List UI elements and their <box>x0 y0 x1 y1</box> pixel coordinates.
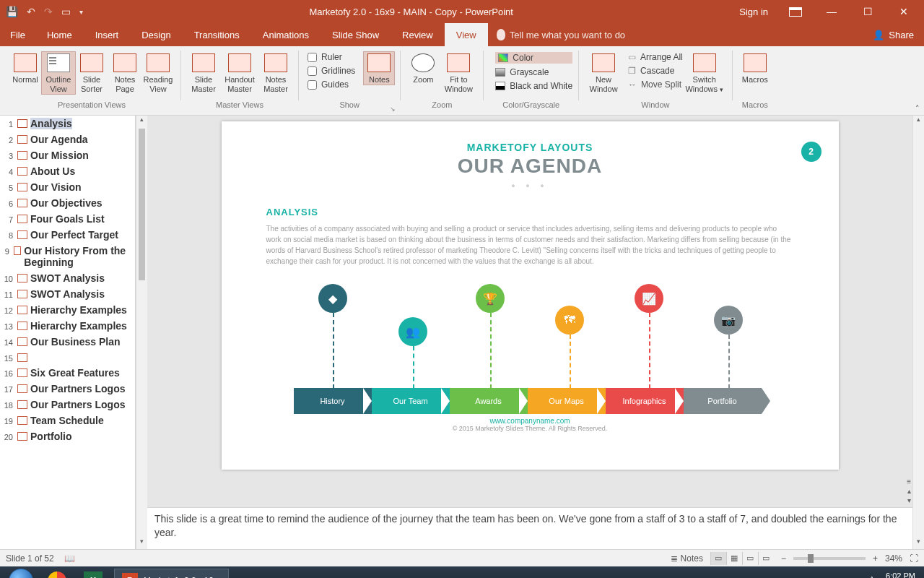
notes-toggle[interactable]: ≣ Notes <box>671 553 703 564</box>
move-split-button[interactable]: ↔Move Split <box>628 79 683 90</box>
zoom-slider[interactable] <box>793 557 866 560</box>
notes-page-button[interactable]: Notes Page <box>108 52 141 94</box>
excel-taskbar-icon[interactable]: X <box>75 569 111 578</box>
outline-item[interactable]: 2Our Agenda <box>0 131 135 147</box>
normal-view-icon[interactable]: ▭ <box>710 552 726 565</box>
color-mode-button[interactable]: Color <box>495 52 572 64</box>
outline-list[interactable]: 1Analysis2Our Agenda3Our Mission4About U… <box>0 116 135 549</box>
outline-item[interactable]: 19Team Schedule <box>0 413 135 428</box>
tab-insert[interactable]: Insert <box>84 23 131 46</box>
gridlines-checkbox[interactable]: Gridlines <box>308 66 355 76</box>
arrange-all-button[interactable]: ▭Arrange All <box>628 52 683 62</box>
outline-scrollbar[interactable]: ▴ ▾ <box>136 116 147 549</box>
tab-transitions[interactable]: Transitions <box>183 23 251 46</box>
sign-in-link[interactable]: Sign in <box>739 7 768 17</box>
outline-item[interactable]: 1Analysis <box>0 116 135 131</box>
start-button[interactable] <box>3 569 39 578</box>
slide-counter[interactable]: Slide 1 of 52 <box>6 553 54 564</box>
outline-item[interactable]: 6Our Objectives <box>0 195 135 211</box>
redo-icon[interactable]: ↷ <box>44 6 53 17</box>
tab-slideshow[interactable]: Slide Show <box>321 23 391 46</box>
outline-item[interactable]: 17Our Partners Logos <box>0 381 135 397</box>
powerpoint-taskbar-button[interactable]: P Marketofy 2.0 - 16... <box>114 569 229 578</box>
grayscale-mode-button[interactable]: Grayscale <box>495 67 572 77</box>
fit-slide-icon[interactable]: ⛶ <box>910 553 918 564</box>
guides-checkbox[interactable]: Guides <box>308 79 355 90</box>
slide-number-badge: 2 <box>801 142 821 162</box>
black-white-mode-button[interactable]: Black and White <box>495 81 572 91</box>
slide-copyright: © 2015 Marketofy Slides Theme. All Right… <box>266 425 794 432</box>
new-window-button[interactable]: New Window <box>585 52 622 94</box>
zoom-level[interactable]: 34% <box>885 553 902 564</box>
outline-item[interactable]: 5Our Vision <box>0 179 135 195</box>
arrow-history: History <box>294 388 372 414</box>
outline-item[interactable]: 9Our History From the Beginning <box>0 243 135 270</box>
outline-item[interactable]: 15 <box>0 350 135 365</box>
tab-animations[interactable]: Animations <box>251 23 321 46</box>
close-button[interactable]: ✕ <box>888 1 920 22</box>
switch-windows-button[interactable]: Switch Windows ▾ <box>683 52 726 94</box>
outline-item[interactable]: 11SWOT Analysis <box>0 286 135 302</box>
sorter-view-icon[interactable]: ▦ <box>726 552 742 565</box>
statusbar: Slide 1 of 52 📖 ≣ Notes ▭ ▦ ▭ ▭ − + 34% … <box>0 549 924 566</box>
slide-nav-extras[interactable]: ≡▴▾ <box>907 478 911 504</box>
group-color-grayscale: Color Grayscale Black and White Color/Gr… <box>485 48 577 115</box>
outline-item[interactable]: 18Our Partners Logos <box>0 397 135 413</box>
macros-button[interactable]: Macros <box>738 52 772 85</box>
outline-item[interactable]: 14Our Business Plan <box>0 334 135 350</box>
tell-me-icon <box>497 29 505 40</box>
spellcheck-icon[interactable]: 📖 <box>64 553 75 564</box>
notes-master-button[interactable]: Notes Master <box>259 52 292 94</box>
tab-home[interactable]: Home <box>35 23 84 46</box>
workarea: 1Analysis2Our Agenda3Our Mission4About U… <box>0 116 924 549</box>
minimize-button[interactable]: — <box>816 1 847 22</box>
ruler-checkbox[interactable]: Ruler <box>308 52 355 62</box>
slide-brand: MARKETOFY LAYOUTS <box>266 142 794 153</box>
outline-item[interactable]: 8Our Perfect Target <box>0 227 135 243</box>
undo-icon[interactable]: ↶ <box>27 6 35 17</box>
slide-canvas[interactable]: 2 MARKETOFY LAYOUTS OUR AGENDA ● ● ● ANA… <box>222 121 839 470</box>
outline-item[interactable]: 20Portfolio <box>0 428 135 444</box>
handout-master-button[interactable]: Handout Master <box>220 52 259 94</box>
cascade-button[interactable]: ❐Cascade <box>628 66 683 76</box>
save-icon[interactable]: 💾 <box>6 6 18 17</box>
tab-file[interactable]: File <box>0 23 35 46</box>
reading-view-button[interactable]: Reading View <box>141 52 175 94</box>
outline-item[interactable]: 7Four Goals List <box>0 211 135 227</box>
outline-view-button[interactable]: Outline View <box>42 52 75 94</box>
zoom-button[interactable]: Zoom <box>406 52 440 85</box>
tab-design[interactable]: Design <box>130 23 182 46</box>
maximize-button[interactable]: ☐ <box>852 1 884 22</box>
slide-scrollbar[interactable]: ▴ ▾ <box>912 116 924 549</box>
fit-to-window-button[interactable]: Fit to Window <box>440 52 477 94</box>
outline-item[interactable]: 12Hierarchy Examples <box>0 302 135 318</box>
slide-master-button[interactable]: Slide Master <box>187 52 220 94</box>
notes-toggle-button[interactable]: Notes <box>364 52 394 85</box>
start-from-beginning-icon[interactable]: ▭ <box>61 6 71 17</box>
tell-me-search[interactable]: Tell me what you want to do <box>488 23 625 46</box>
share-button[interactable]: 👤 Share <box>863 23 924 46</box>
slide-dots: ● ● ● <box>266 182 794 189</box>
zoom-in-icon[interactable]: + <box>873 553 878 564</box>
ribbon-display-options-icon[interactable] <box>780 1 811 22</box>
zoom-out-icon[interactable]: − <box>781 553 786 564</box>
notes-pane[interactable]: This slide is a great time to remind the… <box>147 507 912 549</box>
outline-item[interactable]: 16Six Great Features <box>0 365 135 381</box>
reading-view-icon[interactable]: ▭ <box>742 552 758 565</box>
tray-time[interactable]: 6:02 PM <box>880 571 915 578</box>
collapse-ribbon-icon[interactable]: ˄ <box>915 104 920 113</box>
show-dialog-launcher[interactable]: ↘ <box>390 105 396 113</box>
tab-review[interactable]: Review <box>391 23 445 46</box>
tab-view[interactable]: View <box>445 23 488 46</box>
slide-sorter-button[interactable]: Slide Sorter <box>75 52 108 94</box>
normal-view-button[interactable]: Normal <box>9 52 42 85</box>
group-show: Ruler Gridlines Guides Notes Show ↘ <box>300 48 398 115</box>
outline-item[interactable]: 13Hierarchy Examples <box>0 318 135 334</box>
chrome-taskbar-icon[interactable] <box>39 569 75 578</box>
powerpoint-icon: P <box>122 573 138 578</box>
arrow-maps: Our Maps <box>528 388 606 414</box>
outline-item[interactable]: 3Our Mission <box>0 147 135 163</box>
outline-item[interactable]: 10SWOT Analysis <box>0 270 135 286</box>
slideshow-view-icon[interactable]: ▭ <box>758 552 774 565</box>
outline-item[interactable]: 4About Us <box>0 163 135 179</box>
